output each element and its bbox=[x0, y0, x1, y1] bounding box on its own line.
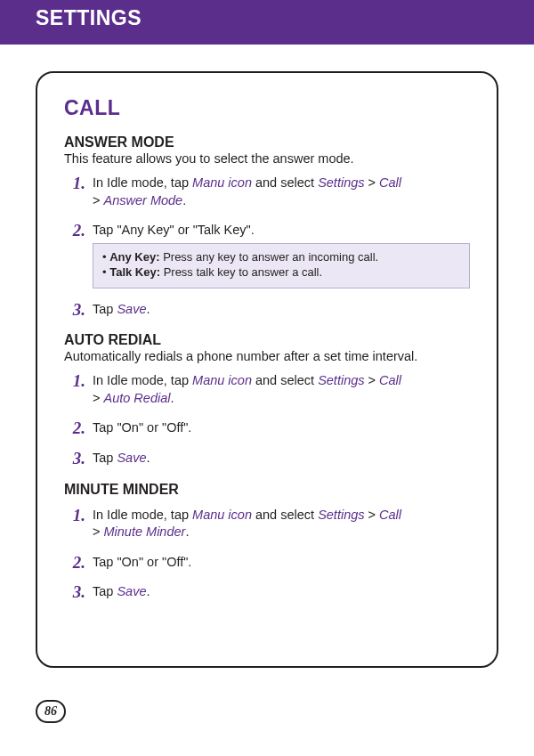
step-text: and select bbox=[252, 508, 318, 522]
page-number: 86 bbox=[36, 700, 66, 723]
step-text: . bbox=[146, 302, 150, 316]
page-header: SETTINGS bbox=[0, 0, 534, 45]
step-text: > bbox=[365, 373, 380, 387]
step-number: 2. bbox=[64, 551, 85, 574]
content-panel: CALL ANSWER MODE This feature allows you… bbox=[36, 71, 498, 668]
step-text: Tap bbox=[93, 302, 117, 316]
kw-settings: Settings bbox=[318, 373, 364, 387]
list-item: 3. Tap Save. bbox=[89, 450, 470, 467]
kw-call: Call bbox=[379, 508, 401, 522]
kw-call: Call bbox=[379, 373, 401, 387]
step-text: . bbox=[146, 584, 150, 598]
step-number: 3. bbox=[64, 298, 85, 321]
step-text: . bbox=[185, 524, 189, 539]
step-number: 2. bbox=[64, 219, 85, 242]
step-number: 3. bbox=[64, 447, 85, 470]
bullet: • bbox=[102, 265, 109, 279]
kw-manu-icon: Manu icon bbox=[192, 373, 252, 387]
list-item: 3. Tap Save. bbox=[89, 301, 470, 319]
kw-save: Save bbox=[117, 302, 146, 316]
step-text: . bbox=[170, 391, 174, 405]
answer-mode-heading: ANSWER MODE bbox=[64, 134, 470, 150]
note-talk-key-text: Press talk key to answer a call. bbox=[160, 265, 322, 279]
note-talk-key-label: Talk Key: bbox=[109, 265, 160, 279]
minute-minder-steps: 1. In Idle mode, tap Manu icon and selec… bbox=[64, 507, 470, 601]
step-text: Tap bbox=[93, 584, 117, 598]
minute-minder-heading: MINUTE MINDER bbox=[64, 482, 470, 498]
kw-settings: Settings bbox=[318, 508, 364, 522]
bullet: • bbox=[102, 250, 109, 264]
page-body: CALL ANSWER MODE This feature allows you… bbox=[0, 45, 534, 686]
auto-redial-intro: Automatically redials a phone number aft… bbox=[64, 349, 470, 363]
kw-call: Call bbox=[379, 175, 401, 190]
step-text: > bbox=[93, 524, 104, 539]
kw-minute-minder: Minute Minder bbox=[104, 524, 186, 539]
step-text: > bbox=[93, 193, 104, 207]
step-text: > bbox=[93, 391, 104, 405]
step-text: . bbox=[182, 193, 186, 207]
note-row: • Talk Key: Press talk key to answer a c… bbox=[102, 264, 460, 280]
auto-redial-heading: AUTO REDIAL bbox=[64, 332, 470, 348]
section-title: CALL bbox=[64, 96, 470, 120]
step-number: 1. bbox=[64, 504, 85, 527]
step-text: > bbox=[365, 175, 380, 190]
kw-save: Save bbox=[117, 584, 146, 598]
page-header-title: SETTINGS bbox=[36, 0, 142, 36]
step-text: and select bbox=[252, 175, 318, 190]
note-any-key-text: Press any key to answer an incoming call… bbox=[160, 250, 379, 264]
list-item: 3. Tap Save. bbox=[89, 583, 470, 601]
list-item: 2. Tap "On" or "Off". bbox=[89, 554, 470, 572]
answer-mode-steps: 1. In Idle mode, tap Manu icon and selec… bbox=[64, 175, 470, 318]
step-text: In Idle mode, tap bbox=[93, 175, 192, 190]
step-text: . bbox=[146, 451, 150, 465]
auto-redial-steps: 1. In Idle mode, tap Manu icon and selec… bbox=[64, 372, 470, 467]
step-text: and select bbox=[252, 373, 318, 387]
list-item: 1. In Idle mode, tap Manu icon and selec… bbox=[89, 175, 470, 209]
note-row: • Any Key: Press any key to answer an in… bbox=[102, 249, 460, 265]
kw-save: Save bbox=[117, 451, 146, 465]
page-number-wrap: 86 bbox=[36, 700, 534, 723]
kw-answer-mode: Answer Mode bbox=[104, 193, 183, 207]
kw-auto-redial: Auto Redial bbox=[104, 391, 171, 405]
step-text: Tap "Any Key" or "Talk Key". bbox=[93, 223, 255, 237]
answer-mode-notebox: • Any Key: Press any key to answer an in… bbox=[93, 243, 470, 289]
kw-manu-icon: Manu icon bbox=[192, 175, 252, 190]
step-number: 3. bbox=[64, 581, 85, 604]
step-text: Tap bbox=[93, 451, 117, 465]
step-text: > bbox=[365, 508, 380, 522]
note-any-key-label: Any Key: bbox=[109, 250, 159, 264]
step-number: 2. bbox=[64, 417, 85, 440]
step-number: 1. bbox=[64, 172, 85, 195]
list-item: 1. In Idle mode, tap Manu icon and selec… bbox=[89, 372, 470, 407]
list-item: 2. Tap "On" or "Off". bbox=[89, 419, 470, 437]
answer-mode-intro: This feature allows you to select the an… bbox=[64, 151, 470, 166]
step-text: Tap "On" or "Off". bbox=[93, 420, 191, 435]
kw-manu-icon: Manu icon bbox=[192, 508, 252, 522]
kw-settings: Settings bbox=[318, 175, 364, 190]
step-text: In Idle mode, tap bbox=[93, 373, 192, 387]
list-item: 1. In Idle mode, tap Manu icon and selec… bbox=[89, 507, 470, 541]
step-text: Tap "On" or "Off". bbox=[93, 555, 191, 569]
step-number: 1. bbox=[64, 370, 85, 393]
list-item: 2. Tap "Any Key" or "Talk Key". • Any Ke… bbox=[89, 222, 470, 289]
step-text: In Idle mode, tap bbox=[93, 508, 192, 522]
